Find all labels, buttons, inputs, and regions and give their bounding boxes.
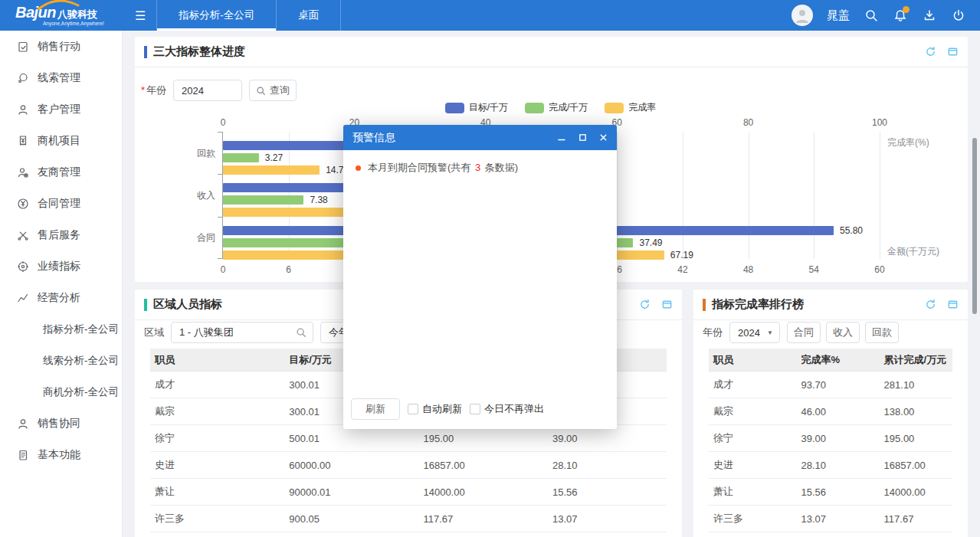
legend-label: 完成/千万	[549, 101, 588, 114]
query-button[interactable]: 查询	[249, 80, 297, 101]
sidebar-item-tools[interactable]: 售后服务	[0, 219, 122, 250]
notification-badge	[903, 6, 910, 13]
sidebar-item-chart-line[interactable]: 经营分析	[0, 282, 122, 313]
region-input[interactable]	[171, 322, 313, 343]
table-cell: 195.00	[418, 433, 548, 444]
vertical-scrollbar-thumb[interactable]	[972, 138, 977, 314]
table-cell: 徐宁	[709, 431, 796, 445]
bottom-axis-tick: 54	[809, 264, 819, 275]
sidebar-item-person[interactable]: 客户管理	[0, 93, 122, 125]
bar-value-label: 37.49	[639, 238, 662, 247]
table-row: 徐宁500.01195.0039.00	[150, 425, 667, 452]
table-cell: 117.67	[880, 513, 952, 525]
alert-dialog-title: 预警信息	[352, 131, 395, 145]
checkbox-box[interactable]	[470, 404, 480, 414]
sidebar-item-cloud[interactable]: 线索管理	[0, 62, 122, 93]
bar-value-label: 7.38	[310, 195, 327, 205]
sidebar-item-receipt-yen[interactable]: 商机项目	[0, 125, 122, 156]
year-label: *年份	[141, 83, 166, 97]
sidebar-item-label: 商机项目	[38, 134, 80, 148]
avatar-person-icon	[794, 7, 811, 24]
bottom-axis-tick: 0	[221, 264, 226, 275]
sidebar-item-label: 线索管理	[38, 71, 80, 85]
panel-progress-header: 三大指标整体进度	[135, 37, 968, 67]
axis-tick-mark	[218, 174, 223, 175]
metric-button-收入[interactable]: 收入	[826, 322, 860, 343]
table-cell: 39.00	[548, 433, 667, 444]
metric-button-合同[interactable]: 合同	[787, 322, 821, 343]
region-search-icon[interactable]	[296, 327, 306, 338]
sidebar-item-clipboard-check[interactable]: 销售行动	[0, 31, 122, 62]
window-expand-icon[interactable]	[947, 299, 959, 310]
table-cell: 13.07	[796, 513, 879, 525]
alert-count: 3	[475, 162, 480, 173]
sidebar-subitem[interactable]: 商机分析-全公司	[0, 376, 122, 408]
table-cell: 14000.00	[418, 486, 548, 498]
bottom-axis-tick: 42	[677, 264, 687, 275]
table-cell: 许三多	[150, 512, 284, 526]
table-cell: 93.70	[796, 379, 879, 391]
table-cell: 195.00	[880, 433, 952, 444]
chart-legend: 目标/千万完成/千万完成率	[222, 101, 879, 114]
table-cell: 90000.01	[284, 486, 418, 498]
refresh-icon[interactable]	[925, 46, 936, 57]
sidebar-item-yen-circle[interactable]: 合同管理	[0, 188, 122, 219]
sidebar-item-doc[interactable]: 基本功能	[0, 439, 122, 470]
checkbox-box[interactable]	[408, 404, 418, 414]
table-row: 史进60000.0016857.0028.10	[150, 452, 667, 479]
legend-label: 目标/千万	[469, 101, 508, 114]
table-row: 萧让90000.0114000.0015.56	[150, 479, 667, 506]
ranking-table: 职员完成率%累计完成/万元成才93.70281.10戴宗46.00138.00徐…	[709, 349, 952, 532]
legend-swatch	[605, 103, 624, 113]
category-label: 合同	[197, 231, 215, 244]
nav-tabs: 指标分析-全公司桌面	[156, 0, 341, 31]
hamburger-menu-icon[interactable]: ☰	[129, 8, 152, 23]
legend-item[interactable]: 完成率	[605, 101, 656, 114]
nav-tab[interactable]: 桌面	[277, 0, 341, 31]
alert-dialog-footer: 刷新 自动刷新今日不再弹出	[343, 398, 617, 429]
refresh-icon[interactable]	[925, 299, 936, 310]
nav-tab[interactable]: 指标分析-全公司	[156, 0, 277, 31]
legend-item[interactable]: 完成/千万	[525, 101, 588, 114]
sidebar: 销售行动线索管理客户管理商机项目友商管理合同管理售后服务业绩指标经营分析指标分析…	[0, 31, 123, 537]
year-input[interactable]	[173, 80, 242, 101]
metric-button-回款[interactable]: 回款	[865, 322, 899, 343]
search-icon[interactable]	[864, 8, 879, 23]
bell-icon[interactable]	[893, 8, 908, 23]
sidebar-item-target[interactable]: 业绩指标	[0, 250, 122, 282]
brand-tagline: Anyone,Anytime,Anywhere!	[43, 21, 115, 26]
sidebar-subitem[interactable]: 指标分析-全公司	[0, 313, 122, 345]
alert-dialog-header[interactable]: 预警信息	[343, 125, 617, 150]
checkbox-自动刷新[interactable]: 自动刷新	[408, 402, 462, 416]
table-cell: 117.67	[418, 513, 548, 525]
user-name[interactable]: 晁盖	[827, 8, 850, 23]
refresh-button[interactable]: 刷新	[351, 398, 400, 420]
minimize-icon[interactable]	[557, 133, 566, 142]
table-cell: 16857.00	[880, 460, 952, 471]
sidebar-item-person-alt[interactable]: 销售协同	[0, 408, 122, 439]
user-avatar[interactable]	[792, 5, 813, 26]
checkbox-label: 自动刷新	[422, 402, 462, 416]
refresh-icon[interactable]	[639, 299, 651, 310]
power-icon[interactable]	[951, 8, 966, 23]
close-icon[interactable]	[599, 133, 608, 142]
ranking-year-select[interactable]: 2024▼	[729, 322, 780, 343]
top-axis-tick: 0	[221, 117, 226, 128]
sidebar-item-person-gear[interactable]: 友商管理	[0, 156, 122, 188]
window-expand-icon[interactable]	[947, 46, 959, 57]
window-expand-icon[interactable]	[661, 299, 673, 310]
maximize-icon[interactable]	[578, 133, 587, 142]
table-row: 戴宗46.00138.00	[709, 398, 952, 425]
panel-ranking-title: 指标完成率排行榜	[712, 297, 804, 312]
sidebar-subitem[interactable]: 线索分析-全公司	[0, 345, 122, 376]
download-icon[interactable]	[922, 8, 937, 23]
legend-label: 完成率	[628, 101, 656, 114]
metric-buttons: 合同收入回款	[787, 322, 899, 343]
legend-item[interactable]: 目标/千万	[445, 101, 508, 114]
checkbox-今日不再弹出[interactable]: 今日不再弹出	[470, 402, 544, 416]
sidebar-item-label: 业绩指标	[38, 260, 80, 273]
bar-value-label: 67.19	[670, 250, 693, 260]
ranking-year-label: 年份	[703, 326, 723, 339]
alert-list-item[interactable]: 本月到期合同预警(共有 3 条数据)	[356, 161, 605, 175]
yen-circle-icon	[17, 198, 29, 210]
